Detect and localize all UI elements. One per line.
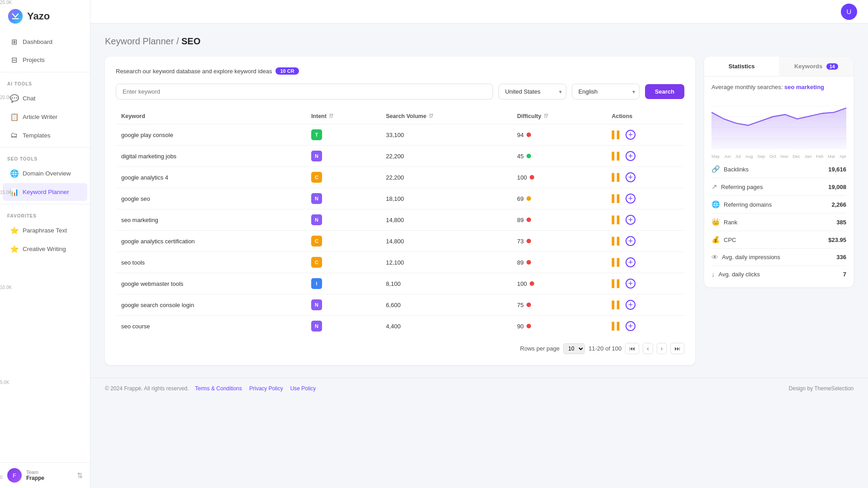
cell-intent: I [306,273,380,294]
col-intent: Intent ⁉ [306,109,380,124]
cell-intent: N [306,146,380,167]
footer-design-credit: Design by ThemeSelection [789,385,854,392]
cell-actions: ▌▌ + [606,188,684,209]
pagination-last[interactable]: ⏭ [670,343,684,354]
tab-statistics[interactable]: Statistics [704,57,779,76]
cell-intent: C [306,167,380,188]
rank-icon: 👑 [711,218,720,226]
keyword-planner-card: Research our keyword database and explor… [105,57,695,365]
footer-expand-icon[interactable]: ⇅ [77,471,83,480]
add-action-button[interactable]: + [626,279,636,289]
table-row: digital marketing jobs N 22,200 45 ▌▌ + [116,146,684,167]
avg-label: Average monthly searches: seo marketing [711,84,846,90]
rows-per-page-select[interactable]: 10 25 50 [563,343,585,354]
cell-keyword: google webmaster tools [116,273,306,294]
footer-user-name: Frappe [26,475,44,481]
add-action-button[interactable]: + [626,257,636,267]
pagination-next[interactable]: › [657,343,667,354]
terms-link[interactable]: Terms & Conditions [195,385,242,392]
chart-action-icon[interactable]: ▌▌ [612,258,622,266]
breadcrumb: Keyword Planner / SEO [105,36,854,47]
col-difficulty: Difficulty ⁉ [512,109,606,124]
use-policy-link[interactable]: Use Policy [290,385,316,392]
search-hint: Research our keyword database and explor… [116,67,684,75]
cell-actions: ▌▌ + [606,231,684,252]
cell-difficulty: 75 [512,294,606,316]
add-action-button[interactable]: + [626,172,636,182]
cpc-icon: 💰 [711,236,720,244]
avg-daily-clicks-icon: ↓ [711,270,715,278]
avg-daily-impressions-label: Avg. daily impressions [722,254,780,261]
chart-action-icon[interactable]: ▌▌ [612,237,622,245]
cell-keyword: google play console [116,124,306,146]
keywords-count-badge: 14 [826,63,838,70]
metric-row-cpc: 💰 CPC $23.95 [711,234,846,246]
cell-actions: ▌▌ + [606,146,684,167]
referring-domains-value: 2,266 [831,201,846,208]
topbar-user-avatar[interactable]: U [841,4,857,20]
cell-difficulty: 94 [512,124,606,146]
table-row: google analytics certification C 14,800 … [116,231,684,252]
chart-action-icon[interactable]: ▌▌ [612,280,622,288]
backlinks-label: Backlinks [724,166,749,173]
chart-action-icon[interactable]: ▌▌ [612,301,622,309]
pagination-prev[interactable]: ‹ [643,343,653,354]
add-action-button[interactable]: + [626,321,636,331]
language-select[interactable]: English Spanish French German [572,84,640,99]
chart-action-icon[interactable]: ▌▌ [612,322,622,330]
referring-pages-label: Referring pages [721,184,763,190]
metric-row-referring-pages: ↗ Referring pages 19,008 [711,181,846,193]
cell-intent: N [306,316,380,337]
cell-difficulty: 89 [512,209,606,231]
sidebar-label-creative-writing: Creative Writing [23,246,66,252]
cell-intent: N [306,209,380,231]
stats-metrics: 🔗 Backlinks 19,616 ↗ Referring pages 19,… [711,159,846,280]
pagination-first[interactable]: ⏮ [625,343,639,354]
privacy-link[interactable]: Privacy Policy [249,385,283,392]
sidebar-label-projects: Projects [23,57,45,63]
search-button[interactable]: Search [645,84,684,99]
breadcrumb-parent: Keyword Planner [105,36,174,46]
country-select[interactable]: United States United Kingdom Canada Aust… [498,84,566,99]
lang-select-wrapper: English Spanish French German [572,84,640,99]
add-action-button[interactable]: + [626,215,636,225]
avg-daily-clicks-value: 7 [843,271,846,278]
cell-search-volume: 8,100 [380,273,512,294]
tab-keywords[interactable]: Keywords 14 [779,57,854,76]
cell-search-volume: 14,800 [380,231,512,252]
avg-keyword-link[interactable]: seo marketing [784,84,824,90]
sidebar-label-templates: Templates [23,132,51,139]
chart-action-icon[interactable]: ▌▌ [612,194,622,203]
keyword-input[interactable] [116,84,493,99]
chart-action-icon[interactable]: ▌▌ [612,173,622,181]
cell-keyword: google seo [116,188,306,209]
referring-pages-value: 19,008 [828,184,846,190]
pagination-row: Rows per page 10 25 50 11-20 of 100 ⏮ ‹ … [116,336,684,354]
cell-keyword: digital marketing jobs [116,146,306,167]
add-action-button[interactable]: + [626,300,636,310]
cell-difficulty: 100 [512,167,606,188]
add-action-button[interactable]: + [626,130,636,140]
table-row: seo course N 4,400 90 ▌▌ + [116,316,684,337]
cell-difficulty: 90 [512,316,606,337]
main-content: U Keyword Planner / SEO Research our key… [90,0,868,488]
stats-tabs: Statistics Keywords 14 [704,57,854,76]
sidebar-label-keyword-planner: Keyword Planner [23,189,69,195]
chart-x-labels: May Jun Jul Aug Sep Oct Nov Dec Jan Feb [711,154,846,159]
search-inputs-row: United States United Kingdom Canada Aust… [116,84,684,99]
pagination-range: 11-20 of 100 [588,345,621,352]
chart-action-icon[interactable]: ▌▌ [612,131,622,139]
cell-intent: C [306,252,380,273]
avg-daily-impressions-icon: 👁 [711,253,718,261]
cell-search-volume: 14,800 [380,209,512,231]
add-action-button[interactable]: + [626,151,636,161]
avg-daily-clicks-label: Avg. daily clicks [719,271,760,278]
cell-actions: ▌▌ + [606,209,684,231]
chart-action-icon[interactable]: ▌▌ [612,216,622,224]
add-action-button[interactable]: + [626,236,636,246]
add-action-button[interactable]: + [626,194,636,204]
cell-intent: C [306,231,380,252]
breadcrumb-separator: / [176,36,181,46]
referring-domains-label: Referring domains [724,201,772,208]
chart-action-icon[interactable]: ▌▌ [612,152,622,160]
